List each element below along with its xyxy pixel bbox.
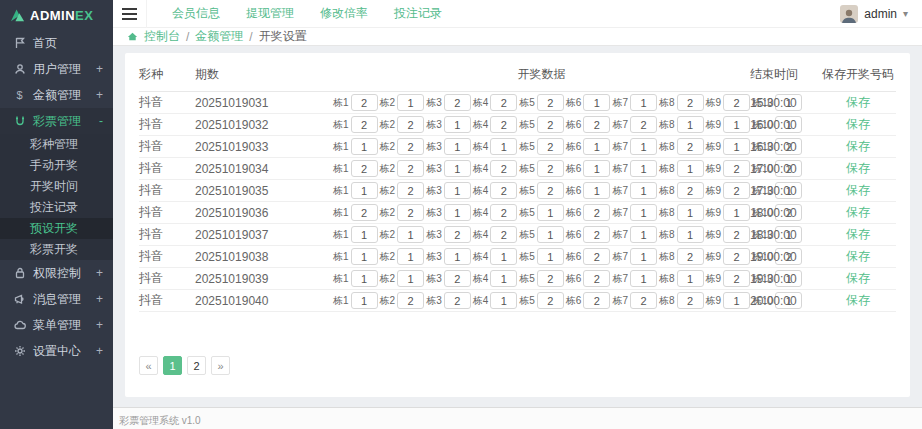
save-button[interactable]: 保存 xyxy=(846,293,870,307)
ball-input[interactable] xyxy=(351,270,378,287)
ball-input[interactable] xyxy=(397,248,424,265)
sidebar-subitem-bet-records[interactable]: 投注记录 xyxy=(0,197,113,218)
ball-input[interactable] xyxy=(723,182,750,199)
ball-input[interactable] xyxy=(630,94,657,111)
sidebar-item-lottery[interactable]: 彩票管理 - xyxy=(0,108,113,134)
ball-input[interactable] xyxy=(723,116,750,133)
ball-input[interactable] xyxy=(397,160,424,177)
ball-input[interactable] xyxy=(583,248,610,265)
ball-input[interactable] xyxy=(723,226,750,243)
ball-input[interactable] xyxy=(677,270,704,287)
ball-input[interactable] xyxy=(583,94,610,111)
ball-input[interactable] xyxy=(351,226,378,243)
ball-input[interactable] xyxy=(583,204,610,221)
sidebar-subitem-lottery-types[interactable]: 彩种管理 xyxy=(0,134,113,155)
user-menu[interactable]: admin ▾ xyxy=(840,5,922,23)
ball-input[interactable] xyxy=(723,248,750,265)
ball-input[interactable] xyxy=(677,248,704,265)
ball-input[interactable] xyxy=(723,160,750,177)
ball-input[interactable] xyxy=(583,292,610,309)
ball-input[interactable] xyxy=(490,138,517,155)
ball-input[interactable] xyxy=(444,138,471,155)
ball-input[interactable] xyxy=(537,116,564,133)
ball-input[interactable] xyxy=(397,116,424,133)
ball-input[interactable] xyxy=(490,248,517,265)
ball-input[interactable] xyxy=(351,138,378,155)
ball-input[interactable] xyxy=(630,116,657,133)
ball-input[interactable] xyxy=(537,248,564,265)
ball-input[interactable] xyxy=(537,138,564,155)
ball-input[interactable] xyxy=(630,248,657,265)
sidebar-item-settings[interactable]: 设置中心 + xyxy=(0,338,113,364)
save-button[interactable]: 保存 xyxy=(846,117,870,131)
ball-input[interactable] xyxy=(490,204,517,221)
ball-input[interactable] xyxy=(537,94,564,111)
ball-input[interactable] xyxy=(444,248,471,265)
ball-input[interactable] xyxy=(397,94,424,111)
ball-input[interactable] xyxy=(397,292,424,309)
sidebar-item-messages[interactable]: 消息管理 + xyxy=(0,286,113,312)
ball-input[interactable] xyxy=(351,94,378,111)
ball-input[interactable] xyxy=(444,94,471,111)
ball-input[interactable] xyxy=(677,138,704,155)
ball-input[interactable] xyxy=(630,138,657,155)
save-button[interactable]: 保存 xyxy=(846,249,870,263)
hamburger-menu-icon[interactable] xyxy=(113,0,147,28)
ball-input[interactable] xyxy=(677,94,704,111)
save-button[interactable]: 保存 xyxy=(846,271,870,285)
ball-input[interactable] xyxy=(444,270,471,287)
pagination-prev-button[interactable]: « xyxy=(139,356,158,375)
ball-input[interactable] xyxy=(490,226,517,243)
ball-input[interactable] xyxy=(723,94,750,111)
ball-input[interactable] xyxy=(490,270,517,287)
sidebar-subitem-preset-draw[interactable]: 预设开奖 xyxy=(0,218,113,239)
ball-input[interactable] xyxy=(444,204,471,221)
topnav-bet-records[interactable]: 投注记录 xyxy=(394,5,442,22)
ball-input[interactable] xyxy=(583,160,610,177)
ball-input[interactable] xyxy=(583,116,610,133)
ball-input[interactable] xyxy=(537,270,564,287)
sidebar-item-menus[interactable]: 菜单管理 + xyxy=(0,312,113,338)
save-button[interactable]: 保存 xyxy=(846,205,870,219)
ball-input[interactable] xyxy=(723,270,750,287)
ball-input[interactable] xyxy=(677,116,704,133)
ball-input[interactable] xyxy=(583,226,610,243)
breadcrumb-console[interactable]: 控制台 xyxy=(144,28,180,45)
ball-input[interactable] xyxy=(630,226,657,243)
ball-input[interactable] xyxy=(723,204,750,221)
save-button[interactable]: 保存 xyxy=(846,161,870,175)
topnav-member-info[interactable]: 会员信息 xyxy=(172,5,220,22)
topnav-withdraw[interactable]: 提现管理 xyxy=(246,5,294,22)
ball-input[interactable] xyxy=(723,292,750,309)
ball-input[interactable] xyxy=(444,226,471,243)
ball-input[interactable] xyxy=(444,292,471,309)
ball-input[interactable] xyxy=(351,160,378,177)
ball-input[interactable] xyxy=(677,204,704,221)
ball-input[interactable] xyxy=(723,138,750,155)
ball-input[interactable] xyxy=(537,204,564,221)
ball-input[interactable] xyxy=(583,138,610,155)
ball-input[interactable] xyxy=(537,226,564,243)
sidebar-subitem-manual-draw[interactable]: 手动开奖 xyxy=(0,155,113,176)
ball-input[interactable] xyxy=(351,292,378,309)
sidebar-item-home[interactable]: 首页 xyxy=(0,30,113,56)
ball-input[interactable] xyxy=(351,204,378,221)
ball-input[interactable] xyxy=(677,160,704,177)
ball-input[interactable] xyxy=(490,160,517,177)
ball-input[interactable] xyxy=(630,270,657,287)
ball-input[interactable] xyxy=(677,182,704,199)
ball-input[interactable] xyxy=(397,226,424,243)
topnav-modify-rate[interactable]: 修改倍率 xyxy=(320,5,368,22)
sidebar-subitem-draw-time[interactable]: 开奖时间 xyxy=(0,176,113,197)
ball-input[interactable] xyxy=(583,270,610,287)
ball-input[interactable] xyxy=(677,292,704,309)
ball-input[interactable] xyxy=(444,116,471,133)
ball-input[interactable] xyxy=(583,182,610,199)
ball-input[interactable] xyxy=(397,138,424,155)
pagination-page-2[interactable]: 2 xyxy=(187,356,206,375)
ball-input[interactable] xyxy=(444,182,471,199)
save-button[interactable]: 保存 xyxy=(846,227,870,241)
ball-input[interactable] xyxy=(630,182,657,199)
ball-input[interactable] xyxy=(444,160,471,177)
ball-input[interactable] xyxy=(351,182,378,199)
